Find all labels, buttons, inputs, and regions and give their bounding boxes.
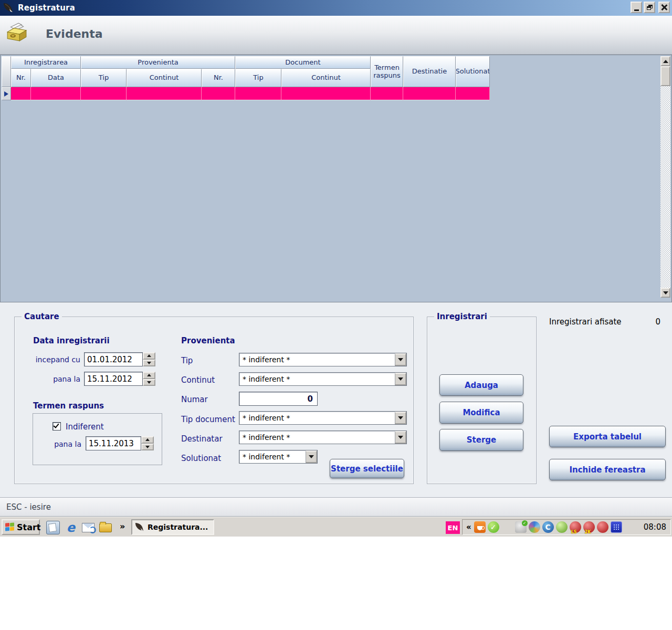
grid-col-prov-tip[interactable]: Tip [81, 69, 127, 87]
antivirus-check-tray-icon[interactable]: ✓ [488, 521, 499, 533]
blue-book-tray-icon[interactable] [611, 521, 622, 533]
registratura-task-button[interactable]: Registratura... [131, 519, 214, 535]
red-ball-ls-tray-icon[interactable]: LS [570, 521, 581, 533]
sterge-selectiile-button[interactable]: Sterge selectiile [330, 459, 404, 478]
desktop-area [0, 537, 672, 630]
close-button[interactable] [658, 2, 670, 13]
scrollbar-thumb[interactable] [660, 66, 670, 86]
spin-down-icon[interactable] [143, 360, 155, 367]
inregistrari-groupbox: Inregistrari [427, 317, 537, 484]
internet-explorer-icon[interactable]: e [64, 521, 78, 534]
grid-col-doc-tip[interactable]: Tip [235, 69, 281, 87]
restore-icon [647, 5, 653, 10]
spin-down-icon[interactable] [141, 444, 154, 451]
table-row-cell[interactable] [456, 87, 490, 100]
check-icon [53, 422, 59, 428]
termen-pana-la-date-input[interactable]: 15.11.2013 [86, 436, 141, 450]
destinatar-label: Destinatar [181, 434, 223, 444]
chevron-down-icon[interactable] [306, 450, 317, 463]
chevron-down-icon[interactable] [395, 431, 406, 444]
start-button[interactable]: Start [2, 519, 40, 535]
incepand-cu-date-input[interactable]: 01.01.2012 [84, 352, 143, 366]
tip-document-label: Tip document [181, 415, 235, 424]
chevron-down-icon[interactable] [395, 353, 406, 366]
tray-collapse-chevron[interactable]: « [466, 522, 471, 532]
table-row-cell[interactable] [31, 87, 81, 100]
taskbar: Start e » Registratura... EN « ✓ ✓ C LS … [0, 517, 672, 537]
spin-up-icon[interactable] [143, 352, 155, 360]
table-row-cell[interactable] [403, 87, 456, 100]
scroll-up-button[interactable] [660, 56, 670, 66]
tip-combo[interactable]: * indiferent * [239, 353, 407, 366]
grid-col-nr[interactable]: Nr. [11, 69, 31, 87]
table-row-cell[interactable] [371, 87, 403, 100]
grid-col-prov-nr[interactable]: Nr. [202, 69, 235, 87]
destinatar-combo[interactable]: * indiferent * [239, 430, 407, 444]
c-app-tray-icon[interactable]: C [542, 521, 554, 533]
page-title: Evidenta [46, 27, 103, 40]
table-row-cell[interactable] [202, 87, 235, 100]
outlook-express-icon[interactable] [81, 521, 95, 534]
modifica-button[interactable]: Modifica [439, 402, 523, 424]
exporta-tabelul-button[interactable]: Exporta tabelul [549, 426, 666, 447]
table-row-cell[interactable] [235, 87, 281, 100]
scroll-down-button[interactable] [660, 288, 670, 298]
windows-update-tray-icon[interactable] [501, 521, 513, 533]
java-tray-icon[interactable] [474, 521, 486, 533]
folder-icon[interactable] [99, 521, 112, 534]
restore-button[interactable] [644, 2, 655, 13]
scrollbar-track[interactable] [660, 86, 670, 288]
vertical-scrollbar[interactable] [660, 56, 670, 298]
scroll-up-icon [663, 60, 668, 63]
grid-col-doc-continut[interactable]: Continut [281, 69, 371, 87]
tip-document-combo[interactable]: * indiferent * [239, 411, 407, 425]
termen-pana-la-date-spinner[interactable] [141, 436, 154, 450]
pana-la-date-spinner[interactable] [143, 372, 155, 386]
table-row-cell[interactable] [127, 87, 202, 100]
continut-combo[interactable]: * indiferent * [239, 372, 407, 386]
card-file-icon [5, 21, 27, 43]
grid-group-provenienta[interactable]: Provenienta [81, 56, 235, 69]
chevron-down-icon[interactable] [395, 412, 406, 424]
chevron-down-icon[interactable] [395, 373, 406, 385]
agent-check-tray-icon[interactable]: ✓ [515, 521, 527, 533]
numar-input[interactable]: 0 [239, 392, 318, 406]
red-ball-2k-tray-icon[interactable]: 2K [583, 521, 595, 533]
spin-down-icon[interactable] [143, 379, 155, 386]
incepand-cu-date-spinner[interactable] [143, 352, 155, 366]
adauga-button[interactable]: Adauga [439, 374, 523, 396]
solutionat-label: Solutionat [181, 454, 221, 463]
show-desktop-icon[interactable] [46, 521, 60, 534]
minimize-button[interactable] [631, 2, 642, 13]
table-row-cell[interactable] [281, 87, 371, 100]
solutionat-combo[interactable]: * indiferent * [239, 450, 318, 464]
window-title: Registratura [18, 3, 75, 13]
indiferent-label[interactable]: Indiferent [66, 422, 104, 432]
green-ball-tray-icon[interactable] [556, 521, 568, 533]
table-row-cell[interactable] [81, 87, 127, 100]
taskbar-clock[interactable]: 08:08 [644, 522, 666, 532]
spin-up-icon[interactable] [143, 372, 155, 379]
sterge-button[interactable]: Sterge [439, 429, 523, 451]
grid-col-solutionat[interactable]: Solutionat [456, 56, 490, 87]
grid-group-inregistrarea[interactable]: Inregistrarea [11, 56, 81, 69]
globe-tray-icon[interactable] [529, 521, 540, 533]
spin-up-icon[interactable] [141, 436, 154, 444]
continut-label: Continut [181, 375, 215, 385]
grid-col-prov-continut[interactable]: Continut [127, 69, 202, 87]
inchide-fereastra-button[interactable]: Inchide fereastra [549, 459, 666, 480]
inregistrari-afisate-count: 0 [655, 317, 660, 327]
indiferent-checkbox[interactable] [52, 422, 61, 430]
language-indicator[interactable]: EN [446, 521, 460, 534]
row-selector-cell[interactable] [2, 87, 11, 100]
grid-col-data[interactable]: Data [31, 69, 81, 87]
quick-launch-overflow-chevron[interactable]: » [120, 521, 125, 531]
red-ball-tray-icon[interactable] [597, 521, 608, 533]
pana-la-date-input[interactable]: 15.11.2012 [84, 372, 143, 386]
current-row-arrow-icon [4, 91, 8, 97]
summary-row: Inregistrari afisate 0 [549, 317, 660, 327]
grid-col-destinatie[interactable]: Destinatie [403, 56, 456, 87]
table-row-cell[interactable] [11, 87, 31, 100]
grid-col-termen-raspuns[interactable]: Termen raspuns [371, 56, 403, 87]
grid-group-document[interactable]: Document [235, 56, 371, 69]
